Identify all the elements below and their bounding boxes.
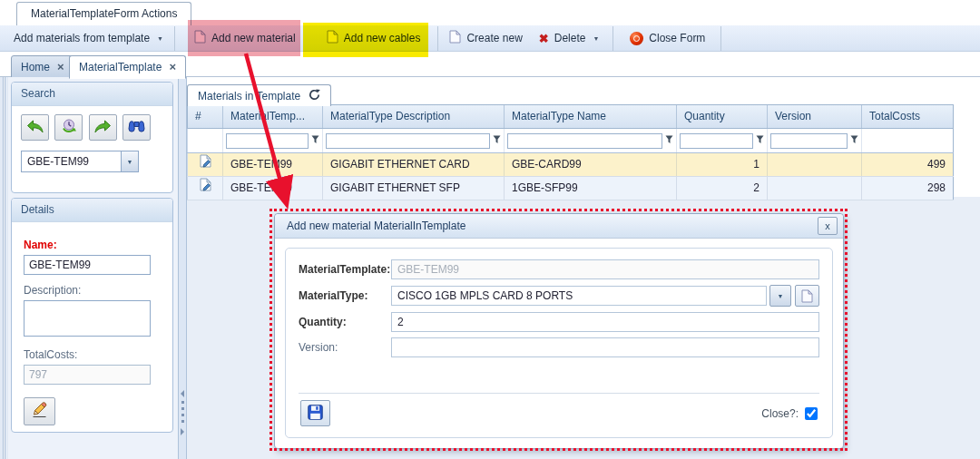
dialog-title: Add new material MaterialInTemplate [287, 220, 466, 232]
binoculars-icon [128, 120, 145, 136]
column-header-materialtemplate[interactable]: MaterialTemp... [223, 105, 323, 128]
name-label: Name: [24, 239, 161, 251]
redo-arrow-icon [94, 120, 112, 136]
description-field[interactable] [24, 300, 151, 337]
add-new-cables-button[interactable]: Add new cables [318, 27, 429, 49]
document-tabstrip: Home × MaterialTemplate × [0, 52, 980, 77]
cell-type-name: 1GBE-SFP99 [505, 177, 677, 200]
filter-funnel-icon[interactable] [665, 134, 673, 147]
row-edit-icon[interactable] [200, 153, 211, 176]
filter-input-quantity[interactable] [680, 133, 753, 149]
dialog-close-button[interactable]: x [818, 217, 838, 235]
column-header-quantity[interactable]: Quantity [677, 105, 768, 128]
search-panel-title: Search [12, 83, 172, 106]
cell-template: GBE-TEM99 [223, 153, 323, 176]
sidebar-splitter[interactable] [178, 77, 187, 459]
dialog-fieldset: MaterialTemplate: MaterialType: ▼ Quanti… [285, 248, 833, 438]
edit-button[interactable] [24, 397, 55, 425]
chevron-down-icon[interactable]: ▼ [121, 151, 138, 171]
filter-funnel-icon[interactable] [493, 134, 501, 147]
find-button[interactable] [122, 114, 151, 141]
cell-description: GIGABIT ETHERNET SFP [323, 177, 505, 200]
navigate-forward-button[interactable] [89, 114, 117, 141]
column-header-materialtype-name[interactable]: MaterialType Name [505, 105, 677, 128]
search-panel: Search G [11, 82, 173, 193]
add-materials-from-template-button[interactable]: Add materials from template ▼ [5, 27, 172, 49]
grid-tab-materials-in-template[interactable]: Materials in Template [187, 84, 331, 106]
new-page-icon [449, 30, 461, 46]
filter-input-description[interactable] [326, 133, 490, 149]
cell-quantity: 1 [677, 153, 768, 176]
filter-funnel-icon[interactable] [850, 134, 858, 147]
toolbar-separator [720, 26, 721, 51]
cell-type-name: GBE-CARD99 [505, 153, 677, 176]
details-panel-title: Details [12, 199, 172, 222]
grid-filter-row [187, 129, 954, 153]
materialtemplate-label: MaterialTemplate: [299, 263, 391, 276]
cell-version [768, 177, 862, 200]
ribbon-tab-actions[interactable]: MaterialTemplateForm Actions [16, 2, 191, 25]
cell-quantity: 2 [677, 177, 768, 200]
details-panel: Details Name: Description: TotalCosts: [11, 198, 173, 433]
close-after-save-checkbox[interactable] [805, 407, 818, 420]
toolbar-separator [437, 26, 438, 51]
new-materialtype-button[interactable] [795, 285, 819, 307]
pencil-icon [32, 402, 47, 421]
combobox-value: GBE-TEM99 [22, 155, 121, 168]
dialog-titlebar[interactable]: Add new material MaterialInTemplate x [275, 214, 843, 239]
floppy-disk-icon [308, 405, 323, 423]
tab-home[interactable]: Home × [11, 55, 74, 78]
quantity-label: Quantity: [299, 316, 391, 328]
materialtype-combobox[interactable] [391, 286, 767, 306]
add-new-material-button[interactable]: Add new material [186, 27, 304, 49]
history-clock-icon [61, 118, 77, 137]
totalcosts-label: TotalCosts: [24, 348, 161, 361]
cell-totalcosts: 298 [862, 177, 954, 200]
splitter-arrow-icon [177, 390, 184, 397]
version-label: Version: [299, 341, 391, 354]
row-edit-icon[interactable] [200, 177, 211, 200]
delete-button[interactable]: ✖ Delete ▼ [531, 27, 608, 49]
chevron-down-icon: ▼ [593, 35, 599, 42]
column-header-index[interactable]: # [187, 105, 223, 128]
delete-x-icon: ✖ [539, 33, 549, 44]
close-icon[interactable]: × [57, 62, 64, 73]
app-window: MaterialTemplateForm Actions Add materia… [0, 0, 980, 459]
name-field[interactable] [24, 255, 151, 275]
add-material-dialog: Add new material MaterialInTemplate x Ma… [274, 213, 844, 449]
chevron-down-icon[interactable]: ▼ [769, 285, 791, 307]
filter-input-version[interactable] [770, 133, 848, 149]
search-template-combobox[interactable]: GBE-TEM99 ▼ [21, 151, 139, 172]
undo-arrow-icon [26, 120, 44, 136]
toolbar: Add materials from template ▼ Add new ma… [0, 25, 980, 52]
filter-funnel-icon[interactable] [756, 134, 764, 147]
quantity-field[interactable] [391, 312, 819, 332]
chevron-down-icon: ▼ [157, 35, 163, 42]
cell-description: GIGABIT ETHERNET CARD [323, 153, 505, 176]
close-icon[interactable]: × [169, 62, 176, 73]
column-header-materialtype-description[interactable]: MaterialType Description [323, 105, 505, 128]
table-row[interactable]: GBE-TEM99 GIGABIT ETHERNET SFP 1GBE-SFP9… [187, 177, 954, 200]
description-label: Description: [24, 284, 161, 297]
table-row[interactable]: GBE-TEM99 GIGABIT ETHERNET CARD GBE-CARD… [187, 153, 954, 177]
column-header-version[interactable]: Version [768, 105, 862, 128]
tab-materialtemplate[interactable]: MaterialTemplate × [69, 55, 186, 79]
totalcosts-field [24, 365, 151, 385]
column-header-totalcosts[interactable]: TotalCosts [862, 105, 954, 128]
materialtemplate-field [391, 259, 819, 279]
cell-version [768, 153, 862, 176]
refresh-icon[interactable] [309, 89, 320, 103]
filter-funnel-icon[interactable] [311, 134, 319, 147]
new-page-icon [194, 30, 206, 46]
dialog-footer: Close?: [299, 393, 819, 430]
create-new-button[interactable]: Create new [441, 27, 530, 49]
close-question-label: Close?: [761, 407, 799, 420]
close-form-icon [630, 32, 643, 45]
save-button[interactable] [300, 400, 330, 426]
navigate-back-button[interactable] [21, 114, 49, 141]
version-field[interactable] [391, 337, 819, 357]
filter-input-materialtemplate[interactable] [226, 133, 309, 149]
close-form-button[interactable]: Close Form [622, 27, 713, 49]
filter-input-type-name[interactable] [507, 133, 662, 149]
history-button[interactable] [54, 114, 83, 141]
